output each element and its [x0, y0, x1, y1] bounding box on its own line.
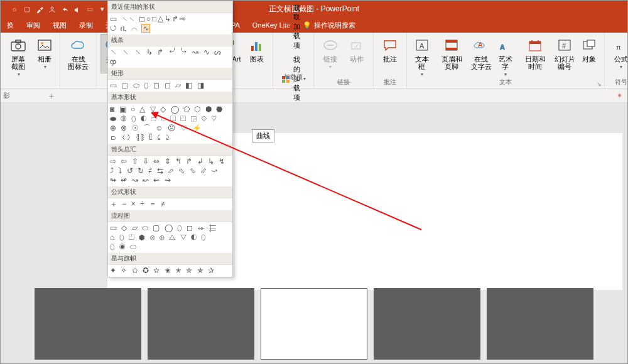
ribbon: 屏幕截图▾ 相册▾ 在线 图标云 形状▾ 在线形状 图标 3D 模 型▾ Sma… — [1, 33, 627, 89]
gallery-row-lines[interactable]: ⟍ ⟍ ⟍ ↳ ↱ ⤶ ⤷ ↝ ∿ ᔕ ჶ — [108, 46, 232, 68]
comment-icon — [381, 36, 399, 54]
tab-3[interactable]: 录制 — [73, 18, 99, 33]
pi-icon: π — [612, 36, 628, 54]
gallery-row-eq[interactable]: ＋ − × ÷ ＝ ≠ — [108, 198, 232, 210]
square-icon[interactable]: ▢ — [23, 5, 31, 14]
header-footer-button[interactable]: 页眉和页脚 — [435, 34, 468, 73]
star-icon: ✶ — [617, 92, 627, 100]
action-icon — [348, 36, 365, 54]
tab-0[interactable]: 换 — [1, 18, 20, 33]
title-bar: ○ ▢ ▭ ▾ 正文横图截图 - PowerPoint — [1, 1, 627, 18]
pane-label: 影 — [1, 91, 10, 100]
brush-icon[interactable] — [35, 5, 44, 14]
svg-text:A: A — [478, 41, 483, 48]
add-slide-icon[interactable]: + — [10, 91, 60, 101]
online-text-cloud-button[interactable]: A在线 文字云 — [470, 34, 493, 73]
thumb-1[interactable] — [35, 288, 141, 360]
object-icon — [580, 36, 598, 54]
thumb-3[interactable] — [261, 288, 367, 360]
link-icon — [322, 36, 339, 54]
circle-icon[interactable]: ○ — [10, 5, 19, 14]
svg-point-2 — [16, 44, 21, 49]
group-comments-label: 批注 — [377, 77, 403, 88]
svg-rect-35 — [587, 40, 595, 46]
svg-rect-4 — [38, 40, 51, 50]
online-icon-cloud-button[interactable]: 在线 图标云 — [64, 34, 92, 73]
chart-button[interactable]: 图表 — [245, 34, 269, 65]
group-links: 链接▾ 动作 链接 — [314, 33, 374, 88]
group-links-label: 链接 — [318, 77, 369, 88]
group-text: A文本框▾ 页眉和页脚 A在线 文字云 A艺术字▾ 日期和时间 #幻灯片 编号 … — [407, 33, 605, 88]
link-button[interactable]: 链接▾ — [318, 34, 343, 72]
gallery-row-arrows[interactable]: ⇨ ⇦ ⇧ ⇩ ⇔ ⇕ ↰ ↱ ↲ ↳ ↯ ⤴ ⤵ ↺ ↻ ⇄ ⇆ ⬀ ⬁ ⬂ … — [108, 156, 232, 186]
tell-me-label: 操作说明搜索 — [314, 21, 355, 30]
group-symbols: π公式▾ 符号 — [605, 33, 628, 88]
camera-icon — [9, 36, 27, 54]
tab-1[interactable]: 审阅 — [20, 18, 46, 33]
datetime-button[interactable]: 日期和时间 — [518, 34, 551, 73]
chart-icon — [248, 36, 266, 54]
folder-icon[interactable]: ▭ — [85, 5, 94, 14]
svg-point-0 — [51, 7, 53, 9]
screenshot-button[interactable]: 屏幕截图▾ — [4, 34, 32, 80]
comment-button[interactable]: 批注 — [377, 34, 403, 65]
tooltip-curve: 曲线 — [252, 129, 274, 142]
svg-rect-16 — [282, 25, 290, 31]
pane-header: 影 + ✶ — [1, 89, 627, 103]
textbox-icon: A — [413, 36, 431, 54]
gallery-row-rects[interactable]: ▭ ▢ ⬭ ⬯ ◻ ◻ ▱ ◧ ◨ — [108, 80, 232, 92]
object-button[interactable]: 对象 — [578, 34, 600, 65]
svg-rect-14 — [255, 42, 257, 51]
get-addins-button[interactable]: 获取加载项 — [277, 2, 310, 51]
svg-rect-3 — [16, 40, 21, 43]
editor-canvas — [1, 103, 627, 363]
wordart-button[interactable]: A艺术字▾ — [494, 34, 517, 80]
calendar-icon — [526, 36, 544, 54]
slide-number-button[interactable]: #幻灯片 编号 — [553, 34, 577, 73]
gallery-row-basic[interactable]: ◙ ▣ ○ △ ▽ ◇ ◯ ⬠ ⬡ ⬢ ⬣ ⬬ ◍ ⬯ ◐ ▱ ◻ ◫ ◰ ◲ … — [108, 104, 232, 144]
group-comments: 批注 批注 — [374, 33, 407, 88]
gallery-section-basic: 基本形状 — [108, 92, 232, 104]
group-addins: 获取加载项 我的加载项▾ 加载项 — [273, 33, 314, 88]
dialog-launcher-icon[interactable]: ↘ — [597, 81, 602, 87]
equation-button[interactable]: π公式▾ — [609, 34, 628, 72]
gallery-section-stars: 星与旗帜 — [108, 253, 232, 265]
qat-dropdown-icon[interactable]: ▾ — [98, 5, 107, 14]
textbox-button[interactable]: A文本框▾ — [411, 34, 434, 80]
album-icon — [36, 36, 53, 54]
user-icon[interactable] — [48, 5, 57, 14]
group-label — [4, 77, 56, 86]
svg-rect-1 — [11, 42, 25, 51]
thumb-5[interactable] — [487, 288, 593, 360]
gallery-section-rects: 矩形 — [108, 68, 232, 80]
thumb-4[interactable] — [374, 288, 480, 360]
sound-icon[interactable] — [73, 5, 82, 14]
gallery-section-flow: 流程图 — [108, 210, 232, 222]
svg-point-5 — [41, 42, 43, 45]
quick-access-toolbar: ○ ▢ ▭ ▾ — [1, 5, 107, 14]
ribbon-tabs: 换 审阅 视图 录制 开发工具 帮助 iSlide 口袋动画 PA OneKey… — [1, 18, 627, 33]
gallery-row-flow[interactable]: ▭ ◇ ▱ ⬭ ▢ ◯ ⬯ ◻ ⬰ ⬱ ⌂ ⬯ ◰ ⬢ ⊗ ⊕ △ ▽ ◐ ⬯ … — [108, 222, 232, 253]
number-icon: # — [556, 36, 573, 54]
group-cloud: 在线 图标云 — [60, 33, 97, 88]
curve-shape-highlighted[interactable]: ∿ — [141, 24, 150, 33]
svg-rect-15 — [259, 44, 261, 51]
tab-2[interactable]: 视图 — [46, 18, 73, 33]
wordart-icon: A — [497, 36, 514, 54]
action-button[interactable]: 动作 — [344, 34, 369, 65]
group-text-label: 文本 — [411, 77, 600, 88]
gallery-row-recent[interactable]: ▭ ⟍⟍ ◻○□△↳↱⇨ ↺ ቢ ⌒ ∿ — [108, 13, 232, 35]
svg-text:A: A — [420, 42, 425, 50]
header-footer-icon — [443, 36, 460, 54]
svg-rect-13 — [251, 46, 254, 51]
cloud-icon — [70, 36, 87, 54]
undo-icon[interactable] — [60, 5, 69, 14]
thumb-2[interactable] — [148, 288, 254, 360]
gallery-row-stars[interactable]: ✦ ✧ ✩ ✪ ✫ ✬ ✭ ✮ ✯ ✰ — [108, 265, 232, 277]
gallery-section-lines: 线条 — [108, 35, 232, 46]
album-button[interactable]: 相册▾ — [33, 34, 56, 72]
svg-text:π: π — [616, 43, 621, 51]
svg-rect-27 — [446, 48, 457, 50]
svg-rect-22 — [352, 43, 360, 49]
store-icon — [281, 22, 291, 32]
